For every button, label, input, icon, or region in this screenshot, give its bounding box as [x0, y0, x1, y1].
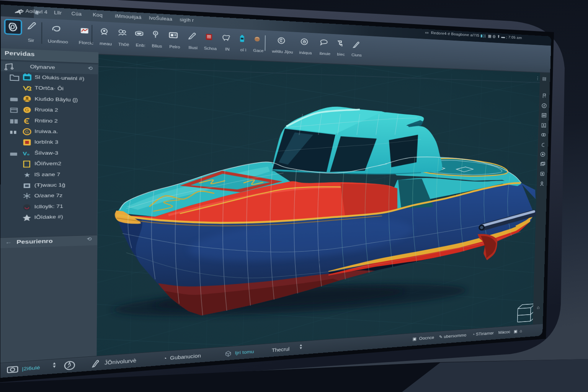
svg-text:G: G	[25, 130, 29, 134]
svg-text:V₀: V₀	[23, 151, 30, 156]
svg-text:G: G	[25, 108, 29, 113]
